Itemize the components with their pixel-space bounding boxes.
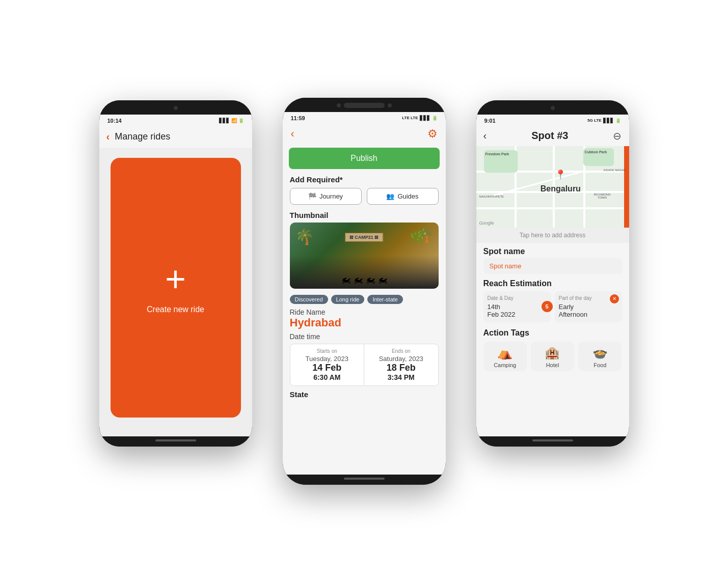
starts-col: Starts on Tuesday, 2023 14 Feb 6:30 AM [290,344,365,385]
journey-button[interactable]: 🏁 Journey [290,188,362,205]
date-day-label: Date & Day [488,295,547,301]
guides-icon: 👥 [386,192,394,200]
map-container[interactable]: Bengaluru 📍 Google Freedom Park Cubbon P… [476,146,629,228]
right-bars: ▋▋▋ [603,118,614,123]
ride-name-value: Hydrabad [283,316,446,331]
add-required-title: Add Required* [283,172,446,186]
tag-food[interactable]: 🍲 Food [578,342,622,371]
reach-badge: 5 [542,301,553,312]
datetime-grid: Starts on Tuesday, 2023 14 Feb 6:30 AM E… [290,344,439,386]
right-battery: 🔋 [615,118,621,123]
freedom-park-label: Freedom Park [486,152,509,156]
back-arrow-left[interactable]: ‹ [106,131,110,143]
ends-date: 18 Feb [368,363,434,373]
camping-icon: ⛺ [497,346,513,360]
center-status-bar: 11:59 LTE LTE ▋▋▋ 🔋 [283,112,446,123]
map-pin: 📍 [555,169,566,180]
manage-rides-title: Manage rides [115,131,170,142]
tree-right2: 🌿 [410,230,423,243]
right-status-bar: 9:01 5G LTE ▋▋▋ 🔋 [476,115,629,126]
scene: 10:14 ▋▋▋ 📶 🔋 ‹ Manage rides + Create ne… [84,49,644,533]
right-notch [476,100,629,115]
ends-col: Ends on Saturday, 2023 18 Feb 3:34 PM [364,344,438,385]
thumbnail-section: Thumbnail ⊠ CAMP21 ⊠ 🌴 🌴 🌿 🏍 🏍 🏍 [283,209,446,292]
nagarathpete-label: NAGARATHPETE [479,195,504,198]
action-tags-title: Action Tags [483,328,622,338]
map-orange-strip [624,146,629,228]
map-city-label: Bengaluru [541,184,581,193]
lte-icon: LTE LTE [402,116,418,120]
battery-icon: 🔋 [238,118,244,123]
create-new-ride-card[interactable]: + Create new ride [111,158,241,418]
center-home-bar [283,475,446,485]
wifi-icon: 📶 [231,118,237,123]
starts-label: Starts on [294,348,360,354]
hotel-icon: 🏨 [545,346,560,360]
tag-camping[interactable]: ⛺ Camping [483,342,527,371]
center-app-bar: ‹ ⚙ [283,123,446,145]
left-status-icons: ▋▋▋ 📶 🔋 [219,118,244,123]
plus-icon: + [165,261,186,297]
action-tags-grid: ⛺ Camping 🏨 Hotel 🍲 Food [483,342,622,371]
phone-left: 10:14 ▋▋▋ 📶 🔋 ‹ Manage rides + Create ne… [99,100,252,447]
cubbon-park-label: Cubbon Park [585,150,607,154]
left-screen: ‹ Manage rides + Create new ride [99,126,252,436]
spot-name-title: Spot name [483,247,622,256]
tag-interstate[interactable]: Inter-state [367,295,403,304]
tag-discovered[interactable]: Discovered [290,295,328,304]
spot-name-input[interactable]: Spot name [483,258,622,274]
bike1: 🏍 [341,274,351,286]
starts-day: Tuesday, 2023 [294,355,360,363]
spot-name-section: Spot name Spot name [476,243,629,276]
left-status-time: 10:14 [107,118,122,124]
right-status-time: 9:01 [484,118,496,124]
publish-button[interactable]: Publish [289,148,440,169]
tag-hotel[interactable]: 🏨 Hotel [531,342,574,371]
flag-icon: 🏁 [308,192,316,200]
left-notch [99,100,252,115]
bike3: 🏍 [365,274,375,286]
center-notch [283,98,446,112]
date-day-col: Date & Day 14thFeb 2022 5 [483,291,551,322]
ends-day: Saturday, 2023 [368,355,434,363]
reach-remove-icon[interactable]: ✕ [610,294,619,303]
reach-section: Reach Estimation Date & Day 14thFeb 2022… [476,276,629,325]
left-app-bar: ‹ Manage rides [99,126,252,148]
date-value: 14thFeb 2022 [488,303,547,318]
thumbnail-image[interactable]: ⊠ CAMP21 ⊠ 🌴 🌴 🌿 🏍 🏍 🏍 🏍 [290,223,439,289]
guides-button[interactable]: 👥 Guides [367,188,439,205]
battery-center: 🔋 [432,116,438,121]
food-icon: 🍲 [592,346,608,360]
state-label: State [283,388,446,401]
map-background: Bengaluru 📍 Google Freedom Park Cubbon P… [476,146,629,228]
add-required-row: 🏁 Journey 👥 Guides [283,186,446,209]
ends-label: Ends on [368,348,434,354]
bikes-area: 🏍 🏍 🏍 🏍 [290,256,439,289]
camping-label: Camping [494,362,516,368]
right-back-arrow[interactable]: ‹ [483,130,487,142]
reach-title: Reach Estimation [483,279,622,288]
gear-icon[interactable]: ⚙ [427,127,438,141]
minus-circle-icon[interactable]: ⊖ [613,130,622,142]
ashok-nagar-label: ASHOK NAGAR [603,169,626,172]
part-of-day-col: Part of the day EarlyAfternoon ✕ [555,291,622,322]
tag-longride[interactable]: Long ride [331,295,365,304]
part-of-day-value: EarlyAfternoon [559,303,618,318]
starts-date: 14 Feb [294,363,360,373]
right-status-icons: 5G LTE ▋▋▋ 🔋 [587,118,621,123]
action-tags-section: Action Tags ⛺ Camping 🏨 Hotel 🍲 Food [476,325,629,374]
phone-center: 11:59 LTE LTE ▋▋▋ 🔋 ‹ ⚙ Publish Add Requ… [283,98,446,485]
create-label: Create new ride [147,305,204,314]
spot-title: Spot #3 [531,130,568,142]
richmond-town-label: RICHMONDTOWN [594,193,611,199]
google-watermark: Google [479,220,494,226]
bike2: 🏍 [353,274,363,286]
hotel-label: Hotel [546,362,559,368]
left-status-bar: 10:14 ▋▋▋ 📶 🔋 [99,115,252,126]
ends-time: 3:34 PM [368,373,434,381]
ride-name-label: Ride Name [283,307,446,316]
part-of-day-label: Part of the day [559,295,618,301]
food-label: Food [594,362,606,368]
center-back-arrow[interactable]: ‹ [291,127,294,141]
address-bar[interactable]: Tap here to add address [476,228,629,243]
